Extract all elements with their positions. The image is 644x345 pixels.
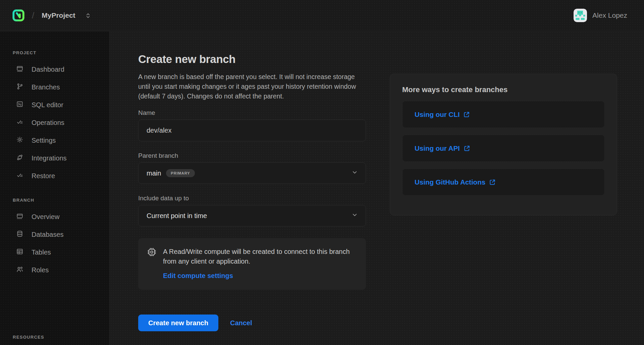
external-link-icon [463, 111, 470, 118]
include-data-select[interactable]: Current point in time [138, 205, 366, 226]
cpu-icon [147, 247, 157, 259]
project-selector-chevrons-icon[interactable] [85, 12, 91, 19]
using-cli-link[interactable]: Using our CLI [415, 111, 470, 119]
using-cli-label: Using our CLI [415, 111, 460, 119]
using-api-card[interactable]: Using our API [402, 135, 605, 162]
sidebar-item-settings[interactable]: Settings [0, 132, 109, 149]
sidebar-item-label: Tables [32, 249, 51, 256]
more-ways-panel: More ways to create branches Using our C… [390, 74, 617, 215]
sidebar: PROJECT Dashboard Branches [0, 31, 110, 345]
integrations-icon [16, 154, 23, 163]
section-label-branch: BRANCH [0, 198, 109, 203]
parent-branch-value: main [147, 169, 161, 177]
more-ways-title: More ways to create branches [402, 85, 605, 94]
sidebar-item-roles[interactable]: Roles [0, 261, 109, 279]
sidebar-item-branches[interactable]: Branches [0, 78, 109, 96]
operations-icon [16, 118, 23, 127]
sidebar-item-overview[interactable]: Overview [0, 208, 109, 226]
sidebar-item-dashboard[interactable]: Dashboard [0, 61, 109, 78]
neon-logo-icon[interactable] [12, 9, 25, 22]
external-link-icon [489, 179, 496, 186]
sidebar-item-databases[interactable]: Databases [0, 226, 109, 244]
user-avatar[interactable] [574, 9, 587, 22]
topbar: / MyProject Alex Lopez [0, 0, 644, 31]
compute-note: A Read/Write compute will be created to … [163, 247, 357, 266]
sidebar-section-project: PROJECT Dashboard Branches [0, 50, 109, 185]
sidebar-item-tables[interactable]: Tables [0, 244, 109, 261]
breadcrumb-separator: / [32, 10, 34, 21]
external-link-icon [464, 145, 470, 152]
using-api-link[interactable]: Using our API [415, 144, 470, 152]
primary-badge: PRIMARY [166, 169, 195, 177]
parent-branch-label: Parent branch [138, 152, 366, 159]
restore-icon [16, 171, 23, 181]
branch-name-input[interactable] [138, 120, 366, 141]
sql-editor-icon [16, 100, 23, 110]
chevron-down-icon [351, 169, 358, 178]
sidebar-item-label: Operations [32, 119, 64, 127]
dashboard-icon [16, 65, 23, 74]
include-data-value: Current point in time [147, 212, 207, 220]
create-new-branch-button[interactable]: Create new branch [138, 315, 218, 331]
using-github-actions-link[interactable]: Using GitHub Actions [415, 178, 496, 186]
include-data-label: Include data up to [138, 195, 366, 202]
using-cli-card[interactable]: Using our CLI [402, 101, 605, 128]
page-title: Create new branch [138, 53, 366, 66]
branches-icon [16, 83, 23, 92]
chevron-down-icon [351, 212, 358, 220]
section-label-project: PROJECT [0, 50, 109, 55]
sidebar-item-label: Settings [32, 137, 56, 144]
sidebar-item-label: Restore [32, 172, 55, 180]
using-api-label: Using our API [415, 144, 460, 152]
section-label-resources: RESOURCES [0, 335, 44, 340]
sidebar-item-operations[interactable]: Operations [0, 114, 109, 132]
sidebar-item-restore[interactable]: Restore [0, 167, 109, 185]
main-content: Create new branch A new branch is based … [110, 31, 644, 345]
form-actions: Create new branch Cancel [138, 315, 366, 331]
sidebar-item-label: Dashboard [32, 66, 64, 73]
using-github-actions-label: Using GitHub Actions [415, 178, 485, 186]
tables-icon [16, 248, 23, 257]
sidebar-section-branch: BRANCH Overview Databases [0, 198, 109, 279]
create-branch-form: Create new branch A new branch is based … [138, 53, 366, 345]
cancel-link[interactable]: Cancel [230, 319, 252, 327]
parent-branch-select[interactable]: main PRIMARY [138, 162, 366, 184]
compute-info-box: A Read/Write compute will be created to … [138, 238, 366, 290]
roles-icon [16, 266, 23, 275]
sidebar-item-label: Roles [32, 266, 49, 274]
edit-compute-settings-link[interactable]: Edit compute settings [163, 272, 233, 280]
sidebar-item-label: Integrations [32, 154, 67, 162]
sidebar-item-sql-editor[interactable]: SQL editor [0, 96, 109, 114]
breadcrumb-project-name[interactable]: MyProject [42, 11, 75, 19]
databases-icon [16, 230, 23, 239]
name-label: Name [138, 109, 366, 117]
page-description: A new branch is based off the parent you… [138, 72, 366, 101]
sidebar-item-label: Databases [32, 231, 64, 238]
sidebar-item-integrations[interactable]: Integrations [0, 149, 109, 167]
using-github-actions-card[interactable]: Using GitHub Actions [402, 168, 605, 196]
sidebar-item-label: SQL editor [32, 101, 63, 109]
sidebar-item-label: Overview [32, 213, 59, 221]
sidebar-item-label: Branches [32, 83, 60, 91]
overview-icon [16, 212, 23, 221]
user-name[interactable]: Alex Lopez [592, 11, 627, 19]
settings-icon [16, 136, 23, 145]
